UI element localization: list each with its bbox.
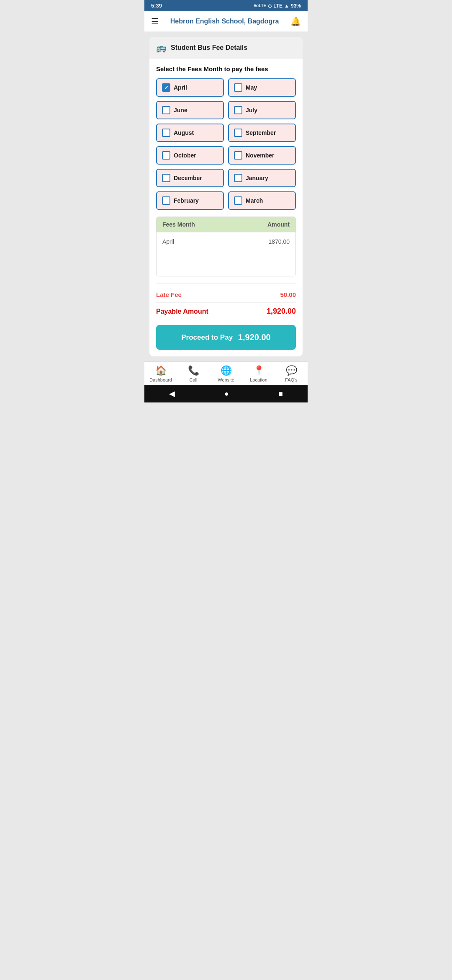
summary-divider xyxy=(156,302,296,303)
android-recent-icon[interactable]: ■ xyxy=(278,389,283,398)
col-month-header: Fees Month xyxy=(162,221,195,228)
month-select-label: Select the Fees Month to pay the fees xyxy=(156,65,296,72)
payable-label: Payable Amount xyxy=(156,308,208,315)
app-header: ☰ Hebron English School, Bagdogra 🔔 xyxy=(144,11,308,32)
may-label: May xyxy=(246,84,257,91)
fees-table-header: Fees Month Amount xyxy=(157,217,295,232)
col-amount-header: Amount xyxy=(267,221,290,228)
fees-table-empty xyxy=(157,251,295,276)
october-label: October xyxy=(174,152,196,159)
february-label: February xyxy=(174,197,199,204)
nav-call[interactable]: 📞 Call xyxy=(177,365,210,382)
december-label: December xyxy=(174,175,202,181)
call-label: Call xyxy=(190,377,198,382)
nav-dashboard[interactable]: 🏠 Dashboard xyxy=(144,365,177,382)
call-icon: 📞 xyxy=(188,365,199,376)
january-label: January xyxy=(246,175,268,181)
august-label: August xyxy=(174,129,194,136)
march-label: March xyxy=(246,197,263,204)
summary-section: Late Fee 50.00 Payable Amount 1,920.00 xyxy=(156,283,296,318)
september-checkbox[interactable] xyxy=(234,129,242,137)
android-nav-bar: ◀ ● ■ xyxy=(144,385,308,402)
august-checkbox[interactable] xyxy=(162,129,170,137)
row-april-month: April xyxy=(162,238,174,245)
status-right: VoLTE ◇ LTE ▲ 93% xyxy=(254,3,301,9)
status-wifi: ◇ xyxy=(268,3,272,9)
nav-location[interactable]: 📍 Location xyxy=(242,365,275,382)
april-checkbox[interactable]: ✓ xyxy=(162,83,170,92)
dashboard-icon: 🏠 xyxy=(155,365,167,376)
month-august[interactable]: August xyxy=(156,124,224,142)
september-label: September xyxy=(246,129,276,136)
notification-bell-icon[interactable]: 🔔 xyxy=(290,16,301,26)
july-label: July xyxy=(246,107,257,113)
menu-icon[interactable]: ☰ xyxy=(151,16,159,26)
proceed-to-pay-button[interactable]: Proceed to Pay 1,920.00 xyxy=(156,325,296,350)
status-bar: 5:39 VoLTE ◇ LTE ▲ 93% xyxy=(144,0,308,11)
header-title: Hebron English School, Bagdogra xyxy=(159,18,290,25)
month-november[interactable]: November xyxy=(228,146,296,165)
payable-value: 1,920.00 xyxy=(267,307,296,316)
payable-amount-row: Payable Amount 1,920.00 xyxy=(156,304,296,318)
november-checkbox[interactable] xyxy=(234,151,242,160)
october-checkbox[interactable] xyxy=(162,151,170,160)
table-row: April 1870.00 xyxy=(157,232,295,251)
status-time: 5:39 xyxy=(151,3,162,9)
location-icon: 📍 xyxy=(253,365,265,376)
april-label: April xyxy=(174,84,187,91)
december-checkbox[interactable] xyxy=(162,174,170,182)
android-home-icon[interactable]: ● xyxy=(224,389,229,398)
month-april[interactable]: ✓ April xyxy=(156,78,224,97)
bus-fee-card: 🚌 Student Bus Fee Details Select the Fee… xyxy=(149,37,303,356)
faqs-label: FAQ's xyxy=(285,377,298,382)
month-september[interactable]: September xyxy=(228,124,296,142)
month-march[interactable]: March xyxy=(228,191,296,210)
month-july[interactable]: July xyxy=(228,101,296,119)
location-label: Location xyxy=(250,377,267,382)
july-checkbox[interactable] xyxy=(234,106,242,114)
fees-table: Fees Month Amount April 1870.00 xyxy=(156,217,296,276)
late-fee-row: Late Fee 50.00 xyxy=(156,289,296,301)
status-signal: ▲ xyxy=(284,3,289,9)
main-content: 🚌 Student Bus Fee Details Select the Fee… xyxy=(144,32,308,361)
status-battery: 93% xyxy=(291,3,301,9)
row-april-amount: 1870.00 xyxy=(268,238,290,245)
card-header: 🚌 Student Bus Fee Details xyxy=(149,37,303,59)
month-june[interactable]: June xyxy=(156,101,224,119)
june-checkbox[interactable] xyxy=(162,106,170,114)
android-back-icon[interactable]: ◀ xyxy=(169,389,175,398)
month-january[interactable]: January xyxy=(228,169,296,187)
late-fee-label: Late Fee xyxy=(156,291,182,298)
late-fee-value: 50.00 xyxy=(280,291,296,298)
status-lte: LTE xyxy=(273,3,282,9)
pay-button-amount: 1,920.00 xyxy=(238,333,271,342)
february-checkbox[interactable] xyxy=(162,196,170,205)
month-may[interactable]: May xyxy=(228,78,296,97)
march-checkbox[interactable] xyxy=(234,196,242,205)
website-label: Website xyxy=(218,377,234,382)
june-label: June xyxy=(174,107,187,113)
card-body: Select the Fees Month to pay the fees ✓ … xyxy=(149,59,303,356)
january-checkbox[interactable] xyxy=(234,174,242,182)
pay-button-prefix: Proceed to Pay xyxy=(181,333,233,342)
bus-icon: 🚌 xyxy=(156,43,167,53)
nav-faqs[interactable]: 💬 FAQ's xyxy=(275,365,308,382)
faqs-icon: 💬 xyxy=(286,365,297,376)
month-grid: ✓ April May June July xyxy=(156,78,296,210)
status-volt-lte: VoLTE xyxy=(254,3,266,8)
nav-website[interactable]: 🌐 Website xyxy=(210,365,242,382)
may-checkbox[interactable] xyxy=(234,83,242,92)
month-december[interactable]: December xyxy=(156,169,224,187)
month-october[interactable]: October xyxy=(156,146,224,165)
november-label: November xyxy=(246,152,274,159)
dashboard-label: Dashboard xyxy=(149,377,172,382)
bottom-nav: 🏠 Dashboard 📞 Call 🌐 Website 📍 Location … xyxy=(144,361,308,385)
website-icon: 🌐 xyxy=(221,365,232,376)
card-title: Student Bus Fee Details xyxy=(171,44,247,52)
month-february[interactable]: February xyxy=(156,191,224,210)
